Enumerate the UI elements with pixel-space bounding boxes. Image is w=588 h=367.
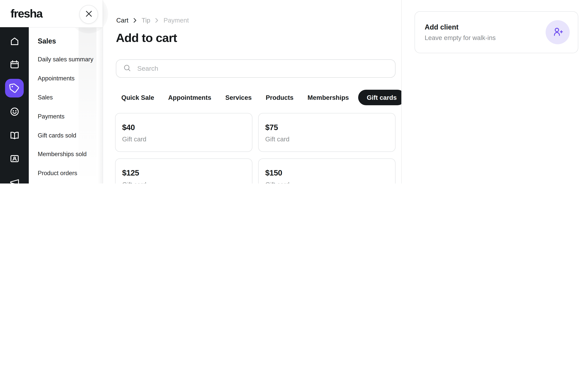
gift-card-price: $40: [122, 123, 245, 132]
close-icon: [85, 10, 92, 19]
tab-services[interactable]: Services: [225, 94, 252, 101]
search-icon: [123, 64, 131, 73]
gift-card-grid: $40 Gift card $75 Gift card $125 Gift ca…: [115, 113, 396, 184]
sidebar-heading: Sales: [38, 37, 56, 45]
breadcrumb: Cart Tip Payment: [116, 17, 189, 24]
tab-appointments[interactable]: Appointments: [168, 94, 211, 101]
gift-card-item-125[interactable]: $125 Gift card: [115, 158, 252, 184]
add-client-subtitle: Leave empty for walk-ins: [425, 34, 546, 41]
tag-icon: [9, 83, 19, 93]
gift-card-price: $125: [122, 168, 245, 177]
breadcrumb-payment: Payment: [164, 17, 189, 24]
person-plus-icon: [552, 25, 564, 39]
smiley-icon: [9, 106, 20, 117]
breadcrumb-cart[interactable]: Cart: [116, 17, 128, 24]
gift-card-type: Gift card: [265, 181, 389, 184]
rail-item-calendar[interactable]: [5, 55, 24, 74]
tab-quick-sale[interactable]: Quick Sale: [121, 94, 154, 101]
add-client-title: Add client: [425, 23, 546, 31]
rail-item-clients[interactable]: [5, 149, 24, 168]
fresha-logo: fresha: [10, 7, 42, 20]
cart-panel: Add client Leave empty for walk-ins: [401, 0, 588, 184]
gift-card-price: $75: [265, 123, 389, 132]
client-card-icon: [9, 153, 20, 164]
tab-gift-cards[interactable]: Gift cards: [358, 90, 405, 105]
page-title: Add to cart: [116, 31, 177, 45]
add-client-button[interactable]: [546, 20, 570, 44]
search-box: [116, 59, 396, 78]
book-icon: [9, 130, 20, 140]
tab-memberships[interactable]: Memberships: [307, 94, 349, 101]
breadcrumb-tip: Tip: [142, 17, 150, 24]
gift-card-type: Gift card: [122, 135, 245, 143]
gift-card-price: $150: [265, 168, 389, 177]
category-tabs: Quick Sale Appointments Services Product…: [121, 90, 405, 105]
fresha-app: fresha: [0, 0, 588, 184]
search-input[interactable]: [137, 64, 388, 73]
rail-item-sales[interactable]: [5, 79, 24, 98]
icon-rail: [0, 27, 29, 184]
home-icon: [9, 36, 20, 46]
chevron-right-icon: [155, 18, 158, 23]
rail-item-home[interactable]: [5, 32, 24, 50]
sidebar-edge-shadow: [78, 23, 96, 184]
gift-card-type: Gift card: [265, 135, 389, 143]
rail-item-marketing[interactable]: [5, 173, 24, 184]
close-button[interactable]: [79, 5, 98, 24]
rail-item-catalog[interactable]: [5, 126, 24, 144]
main-panel: Cart Tip Payment Add to cart Quick Sale …: [103, 0, 402, 184]
add-client-card[interactable]: Add client Leave empty for walk-ins: [415, 11, 578, 53]
gift-card-item-150[interactable]: $150 Gift card: [258, 158, 396, 184]
gift-card-item-75[interactable]: $75 Gift card: [258, 113, 396, 152]
megaphone-icon: [9, 177, 20, 184]
gift-card-item-40[interactable]: $40 Gift card: [115, 113, 252, 152]
calendar-icon: [9, 59, 20, 70]
tab-products[interactable]: Products: [266, 94, 294, 101]
chevron-right-icon: [133, 18, 137, 23]
rail-item-clients-feedback[interactable]: [5, 102, 24, 121]
add-client-text: Add client Leave empty for walk-ins: [425, 23, 546, 41]
gift-card-type: Gift card: [122, 181, 245, 184]
